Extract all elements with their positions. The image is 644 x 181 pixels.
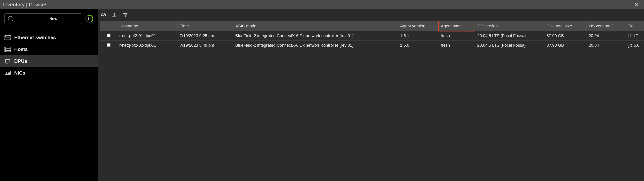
time-selector[interactable]: Now — [4, 14, 82, 24]
switches-icon — [4, 35, 11, 40]
export-icon[interactable] — [112, 12, 117, 18]
checkbox-icon[interactable] — [107, 34, 110, 37]
cell-os-version: 20.04.5 LTS (Focal Fossa) — [475, 41, 544, 50]
column-header-hostname[interactable]: Hostname — [117, 21, 178, 31]
column-header-checkbox[interactable] — [100, 21, 117, 31]
cell-platform: {"b LT: — [625, 31, 644, 41]
check-circle-icon[interactable] — [101, 12, 106, 18]
cell-os-version-id: 20.04 — [586, 41, 625, 50]
cell-os-version: 20.04.5 LTS (Focal Fossa) — [475, 31, 544, 41]
page-title: Inventory | Devices — [3, 2, 48, 8]
column-header-time[interactable]: Time — [178, 21, 233, 31]
cell-time: 7/19/2023 3:49 pm — [178, 41, 233, 50]
titlebar: Inventory | Devices ✕ — [0, 0, 644, 9]
main-panel: Hostname Time ASIC model Agent version A… — [98, 9, 644, 181]
cell-agent-version: 1.5.1 — [398, 31, 438, 41]
table: Hostname Time ASIC model Agent version A… — [98, 20, 644, 181]
sidebar-item-dpus[interactable]: DPUs — [0, 55, 98, 67]
sidebar-item-label: Hosts — [14, 47, 28, 52]
svg-point-29 — [102, 13, 106, 17]
row-checkbox-cell[interactable] — [100, 31, 117, 41]
table-row[interactable]: r-netq-bf2-01-dpu01 7/19/2023 9:25 am Bl… — [100, 31, 644, 41]
checkbox-icon[interactable] — [107, 43, 110, 47]
stopwatch-icon — [8, 16, 13, 21]
cell-disk-total: 37.90 GB — [544, 31, 586, 41]
cell-asic: BlueField-2 integrated ConnectX-6 Dx net… — [233, 41, 398, 50]
column-header-platform[interactable]: Pla — [625, 21, 644, 31]
svg-rect-10 — [6, 60, 10, 63]
nics-icon — [4, 71, 11, 76]
sidebar-item-label: Ethernet switches — [14, 35, 56, 41]
hosts-icon — [4, 47, 11, 52]
cell-agent-state: fresh — [438, 31, 475, 41]
svg-point-24 — [6, 72, 7, 73]
cell-disk-total: 37.90 GB — [544, 41, 586, 50]
cell-os-version-id: 20.04 — [586, 31, 625, 41]
time-selector-row: Now — [0, 12, 98, 28]
svg-point-9 — [6, 51, 6, 51]
cell-asic: BlueField-2 integrated ConnectX-6 Dx net… — [233, 31, 398, 41]
column-header-asic[interactable]: ASIC model — [233, 21, 398, 31]
column-header-agent-state[interactable]: Agent state — [438, 21, 475, 31]
dpus-icon — [4, 59, 11, 64]
table-row[interactable]: r-netq-bf2-02-dpu01 7/19/2023 3:49 pm Bl… — [100, 41, 644, 50]
filter-icon[interactable] — [122, 12, 128, 18]
cell-hostname: r-netq-bf2-02-dpu01 — [117, 41, 178, 50]
table-header-row: Hostname Time ASIC model Agent version A… — [100, 21, 644, 31]
pause-button[interactable] — [84, 14, 94, 24]
sidebar-item-nics[interactable]: NICs — [0, 67, 98, 79]
column-header-agent-version[interactable]: Agent version — [398, 21, 438, 31]
column-header-disk-total[interactable]: Disk total size — [544, 21, 586, 31]
toolbar — [98, 9, 644, 20]
column-header-os-version[interactable]: OS version — [475, 21, 544, 31]
time-selector-label: Now — [28, 17, 78, 21]
cell-platform: {"b 5.8 — [625, 41, 644, 50]
sidebar-item-label: DPUs — [14, 58, 27, 64]
sidebar-item-label: NICs — [14, 70, 25, 76]
column-header-os-version-id[interactable]: OS version ID — [586, 21, 625, 31]
cell-time: 7/19/2023 9:25 am — [178, 31, 233, 41]
sidebar-item-ethernet-switches[interactable]: Ethernet switches — [0, 32, 98, 44]
svg-point-8 — [6, 49, 6, 50]
svg-rect-25 — [8, 72, 10, 73]
close-icon[interactable]: ✕ — [632, 1, 641, 9]
sidebar-item-hosts[interactable]: Hosts — [0, 44, 98, 55]
cell-agent-version: 1.5.0 — [398, 41, 438, 50]
cell-hostname: r-netq-bf2-01-dpu01 — [117, 31, 178, 41]
row-checkbox-cell[interactable] — [100, 41, 117, 50]
sidebar: Now Ethernet switches — [0, 9, 98, 181]
svg-point-7 — [6, 48, 6, 48]
cell-agent-state: fresh — [438, 41, 475, 50]
divider — [4, 28, 93, 28]
pause-icon — [88, 18, 90, 20]
